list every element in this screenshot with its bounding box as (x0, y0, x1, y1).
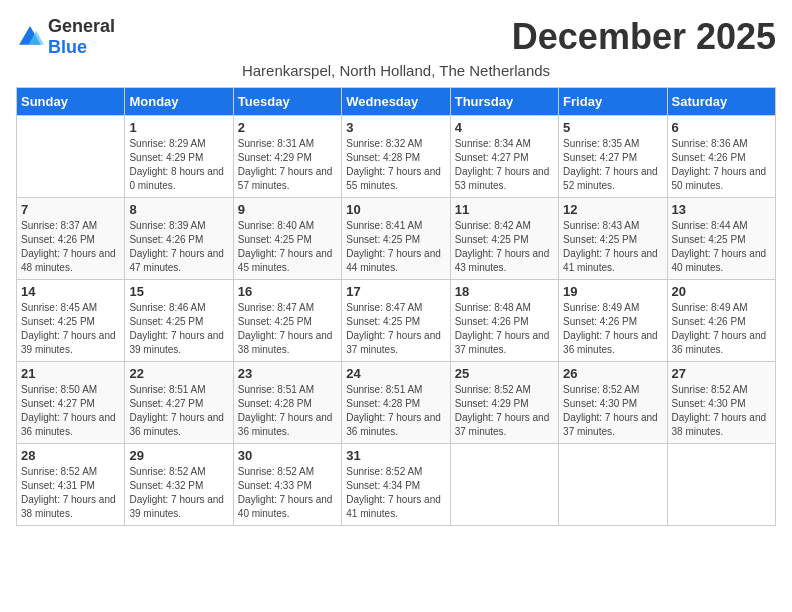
day-number: 29 (129, 448, 228, 463)
cell-info: Sunrise: 8:52 AMSunset: 4:34 PMDaylight:… (346, 465, 445, 521)
day-number: 1 (129, 120, 228, 135)
calendar-cell: 28Sunrise: 8:52 AMSunset: 4:31 PMDayligh… (17, 444, 125, 526)
calendar-cell: 26Sunrise: 8:52 AMSunset: 4:30 PMDayligh… (559, 362, 667, 444)
day-number: 15 (129, 284, 228, 299)
location-subtitle: Harenkarspel, North Holland, The Netherl… (16, 62, 776, 79)
day-number: 8 (129, 202, 228, 217)
cell-info: Sunrise: 8:47 AMSunset: 4:25 PMDaylight:… (346, 301, 445, 357)
calendar-cell: 17Sunrise: 8:47 AMSunset: 4:25 PMDayligh… (342, 280, 450, 362)
cell-info: Sunrise: 8:31 AMSunset: 4:29 PMDaylight:… (238, 137, 337, 193)
week-row-3: 21Sunrise: 8:50 AMSunset: 4:27 PMDayligh… (17, 362, 776, 444)
header-day-monday: Monday (125, 88, 233, 116)
logo: General Blue (16, 16, 115, 58)
day-number: 13 (672, 202, 771, 217)
cell-info: Sunrise: 8:51 AMSunset: 4:27 PMDaylight:… (129, 383, 228, 439)
header-day-thursday: Thursday (450, 88, 558, 116)
cell-info: Sunrise: 8:44 AMSunset: 4:25 PMDaylight:… (672, 219, 771, 275)
day-number: 25 (455, 366, 554, 381)
cell-info: Sunrise: 8:36 AMSunset: 4:26 PMDaylight:… (672, 137, 771, 193)
day-number: 4 (455, 120, 554, 135)
header-day-sunday: Sunday (17, 88, 125, 116)
calendar-cell: 31Sunrise: 8:52 AMSunset: 4:34 PMDayligh… (342, 444, 450, 526)
calendar-cell: 20Sunrise: 8:49 AMSunset: 4:26 PMDayligh… (667, 280, 775, 362)
week-row-2: 14Sunrise: 8:45 AMSunset: 4:25 PMDayligh… (17, 280, 776, 362)
day-number: 19 (563, 284, 662, 299)
cell-info: Sunrise: 8:41 AMSunset: 4:25 PMDaylight:… (346, 219, 445, 275)
cell-info: Sunrise: 8:51 AMSunset: 4:28 PMDaylight:… (238, 383, 337, 439)
logo-icon (16, 23, 44, 51)
week-row-4: 28Sunrise: 8:52 AMSunset: 4:31 PMDayligh… (17, 444, 776, 526)
day-number: 17 (346, 284, 445, 299)
calendar-cell: 3Sunrise: 8:32 AMSunset: 4:28 PMDaylight… (342, 116, 450, 198)
cell-info: Sunrise: 8:52 AMSunset: 4:32 PMDaylight:… (129, 465, 228, 521)
cell-info: Sunrise: 8:45 AMSunset: 4:25 PMDaylight:… (21, 301, 120, 357)
header-row: SundayMondayTuesdayWednesdayThursdayFrid… (17, 88, 776, 116)
cell-info: Sunrise: 8:52 AMSunset: 4:31 PMDaylight:… (21, 465, 120, 521)
calendar-cell: 8Sunrise: 8:39 AMSunset: 4:26 PMDaylight… (125, 198, 233, 280)
day-number: 7 (21, 202, 120, 217)
calendar-cell (450, 444, 558, 526)
calendar-cell: 6Sunrise: 8:36 AMSunset: 4:26 PMDaylight… (667, 116, 775, 198)
day-number: 28 (21, 448, 120, 463)
day-number: 12 (563, 202, 662, 217)
calendar-cell: 11Sunrise: 8:42 AMSunset: 4:25 PMDayligh… (450, 198, 558, 280)
cell-info: Sunrise: 8:47 AMSunset: 4:25 PMDaylight:… (238, 301, 337, 357)
cell-info: Sunrise: 8:34 AMSunset: 4:27 PMDaylight:… (455, 137, 554, 193)
day-number: 21 (21, 366, 120, 381)
cell-info: Sunrise: 8:37 AMSunset: 4:26 PMDaylight:… (21, 219, 120, 275)
day-number: 3 (346, 120, 445, 135)
header-day-saturday: Saturday (667, 88, 775, 116)
calendar-cell: 9Sunrise: 8:40 AMSunset: 4:25 PMDaylight… (233, 198, 341, 280)
day-number: 22 (129, 366, 228, 381)
calendar-cell: 14Sunrise: 8:45 AMSunset: 4:25 PMDayligh… (17, 280, 125, 362)
cell-info: Sunrise: 8:51 AMSunset: 4:28 PMDaylight:… (346, 383, 445, 439)
cell-info: Sunrise: 8:39 AMSunset: 4:26 PMDaylight:… (129, 219, 228, 275)
day-number: 16 (238, 284, 337, 299)
cell-info: Sunrise: 8:29 AMSunset: 4:29 PMDaylight:… (129, 137, 228, 193)
calendar-cell: 1Sunrise: 8:29 AMSunset: 4:29 PMDaylight… (125, 116, 233, 198)
logo-general: General (48, 16, 115, 36)
header-day-friday: Friday (559, 88, 667, 116)
calendar-cell: 18Sunrise: 8:48 AMSunset: 4:26 PMDayligh… (450, 280, 558, 362)
calendar-cell: 12Sunrise: 8:43 AMSunset: 4:25 PMDayligh… (559, 198, 667, 280)
header-day-wednesday: Wednesday (342, 88, 450, 116)
day-number: 18 (455, 284, 554, 299)
day-number: 20 (672, 284, 771, 299)
calendar-cell: 27Sunrise: 8:52 AMSunset: 4:30 PMDayligh… (667, 362, 775, 444)
calendar-cell: 15Sunrise: 8:46 AMSunset: 4:25 PMDayligh… (125, 280, 233, 362)
header-day-tuesday: Tuesday (233, 88, 341, 116)
week-row-1: 7Sunrise: 8:37 AMSunset: 4:26 PMDaylight… (17, 198, 776, 280)
calendar-cell: 19Sunrise: 8:49 AMSunset: 4:26 PMDayligh… (559, 280, 667, 362)
calendar-cell (559, 444, 667, 526)
cell-info: Sunrise: 8:49 AMSunset: 4:26 PMDaylight:… (563, 301, 662, 357)
calendar-cell: 4Sunrise: 8:34 AMSunset: 4:27 PMDaylight… (450, 116, 558, 198)
calendar-cell (17, 116, 125, 198)
logo-blue: Blue (48, 37, 87, 57)
day-number: 9 (238, 202, 337, 217)
cell-info: Sunrise: 8:48 AMSunset: 4:26 PMDaylight:… (455, 301, 554, 357)
day-number: 30 (238, 448, 337, 463)
calendar-cell: 21Sunrise: 8:50 AMSunset: 4:27 PMDayligh… (17, 362, 125, 444)
page-header: General Blue December 2025 (16, 16, 776, 58)
calendar-cell: 25Sunrise: 8:52 AMSunset: 4:29 PMDayligh… (450, 362, 558, 444)
calendar-cell: 23Sunrise: 8:51 AMSunset: 4:28 PMDayligh… (233, 362, 341, 444)
calendar-table: SundayMondayTuesdayWednesdayThursdayFrid… (16, 87, 776, 526)
calendar-cell: 22Sunrise: 8:51 AMSunset: 4:27 PMDayligh… (125, 362, 233, 444)
day-number: 23 (238, 366, 337, 381)
cell-info: Sunrise: 8:52 AMSunset: 4:29 PMDaylight:… (455, 383, 554, 439)
cell-info: Sunrise: 8:50 AMSunset: 4:27 PMDaylight:… (21, 383, 120, 439)
cell-info: Sunrise: 8:35 AMSunset: 4:27 PMDaylight:… (563, 137, 662, 193)
cell-info: Sunrise: 8:52 AMSunset: 4:30 PMDaylight:… (563, 383, 662, 439)
day-number: 26 (563, 366, 662, 381)
calendar-cell: 24Sunrise: 8:51 AMSunset: 4:28 PMDayligh… (342, 362, 450, 444)
calendar-cell: 29Sunrise: 8:52 AMSunset: 4:32 PMDayligh… (125, 444, 233, 526)
cell-info: Sunrise: 8:52 AMSunset: 4:33 PMDaylight:… (238, 465, 337, 521)
cell-info: Sunrise: 8:43 AMSunset: 4:25 PMDaylight:… (563, 219, 662, 275)
cell-info: Sunrise: 8:42 AMSunset: 4:25 PMDaylight:… (455, 219, 554, 275)
cell-info: Sunrise: 8:46 AMSunset: 4:25 PMDaylight:… (129, 301, 228, 357)
calendar-cell (667, 444, 775, 526)
day-number: 2 (238, 120, 337, 135)
calendar-cell: 13Sunrise: 8:44 AMSunset: 4:25 PMDayligh… (667, 198, 775, 280)
cell-info: Sunrise: 8:52 AMSunset: 4:30 PMDaylight:… (672, 383, 771, 439)
cell-info: Sunrise: 8:49 AMSunset: 4:26 PMDaylight:… (672, 301, 771, 357)
